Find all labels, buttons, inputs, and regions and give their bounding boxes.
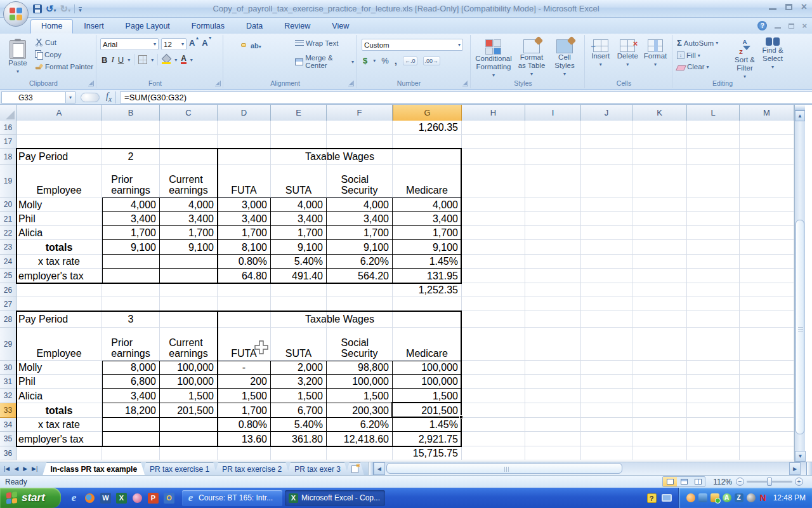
outlook-icon[interactable]: O: [164, 493, 174, 504]
number-format-dropdown-icon[interactable]: ▾: [458, 42, 461, 48]
cell-G36[interactable]: 15,715.75: [393, 446, 462, 460]
cell-A30[interactable]: Molly: [16, 361, 102, 375]
cell-H21[interactable]: [462, 212, 525, 226]
find-select-button[interactable]: Find & Select ▾: [759, 36, 787, 82]
tray-messenger-icon[interactable]: [686, 493, 695, 502]
column-header-F[interactable]: F: [327, 105, 393, 121]
cell-K21[interactable]: [632, 212, 687, 226]
borders-dropdown-icon[interactable]: ▾: [151, 57, 154, 63]
cell-C25[interactable]: [160, 269, 218, 283]
cell-H36[interactable]: [462, 446, 525, 460]
conditional-formatting-button[interactable]: Conditional Formatting ▾: [473, 38, 514, 81]
cell-C32[interactable]: 1,500: [160, 389, 218, 403]
minimize-button[interactable]: [769, 4, 776, 10]
cell-K32[interactable]: [632, 389, 687, 403]
cell-F19[interactable]: Social Security: [327, 165, 393, 197]
taskbar-window-excel[interactable]: X Microsoft Excel - Cop...: [285, 490, 385, 506]
cell-G20[interactable]: 4,000: [393, 197, 462, 212]
cell-G21[interactable]: 3,400: [393, 212, 462, 226]
borders-icon[interactable]: [138, 55, 147, 64]
cell-E22[interactable]: 1,700: [271, 226, 327, 240]
cell-I30[interactable]: [525, 361, 581, 375]
cell-H27[interactable]: [462, 297, 525, 311]
cell-G22[interactable]: 1,700: [393, 226, 462, 240]
cell-F23[interactable]: 9,100: [327, 240, 393, 255]
zoom-slider-thumb[interactable]: [767, 478, 772, 486]
cell-H29[interactable]: [462, 328, 525, 361]
insert-function-icon[interactable]: fx: [106, 91, 112, 104]
cell-M27[interactable]: [740, 297, 794, 311]
cell-I24[interactable]: [525, 255, 581, 269]
cell-F32[interactable]: 1,500: [327, 389, 393, 403]
cell-L28[interactable]: [687, 311, 740, 328]
cell-L17[interactable]: [687, 135, 740, 149]
cell-D36[interactable]: [218, 446, 271, 460]
font-family-combo[interactable]: Arial▾: [100, 38, 159, 50]
cell-D19[interactable]: FUTA: [218, 165, 271, 197]
cell-E28[interactable]: [271, 311, 327, 328]
cell-G17[interactable]: [393, 135, 462, 149]
cell-K23[interactable]: [632, 240, 687, 255]
row-header-19[interactable]: 19: [0, 165, 16, 197]
cell-H34[interactable]: [462, 418, 525, 432]
cell-C34[interactable]: [160, 418, 218, 432]
horizontal-scroll-thumb[interactable]: [386, 463, 622, 474]
cell-A35[interactable]: employer's tax: [16, 432, 102, 446]
cell-I18[interactable]: [525, 149, 581, 165]
cell-I26[interactable]: [525, 283, 581, 297]
cell-B25[interactable]: [102, 269, 160, 283]
cell-E30[interactable]: 2,000: [271, 361, 327, 375]
cell-I23[interactable]: [525, 240, 581, 255]
ie-icon[interactable]: e: [69, 493, 79, 504]
clear-dropdown-icon[interactable]: ▾: [706, 64, 709, 70]
cell-A27[interactable]: [16, 297, 102, 311]
page-layout-view-button[interactable]: [677, 477, 691, 486]
cell-M28[interactable]: [740, 311, 794, 328]
sort-filter-button[interactable]: AZ Sort & Filter ▾: [731, 36, 759, 82]
zoom-in-button[interactable]: +: [795, 478, 803, 486]
cell-E36[interactable]: [271, 446, 327, 460]
row-header-33[interactable]: 33: [0, 403, 16, 418]
cell-H25[interactable]: [462, 269, 525, 283]
align-top-button[interactable]: [227, 43, 232, 47]
tray-camera-icon[interactable]: [747, 493, 756, 502]
tray-zone-icon[interactable]: Z: [735, 493, 743, 502]
cell-A31[interactable]: Phil: [16, 375, 102, 389]
help-agent-icon[interactable]: ?: [647, 493, 657, 503]
cell-E27[interactable]: [271, 297, 327, 311]
cell-J24[interactable]: [581, 255, 632, 269]
cell-J30[interactable]: [581, 361, 632, 375]
cell-D32[interactable]: 1,500: [218, 389, 271, 403]
cell-K28[interactable]: [632, 311, 687, 328]
cell-J21[interactable]: [581, 212, 632, 226]
access-key-icon[interactable]: [132, 493, 143, 504]
cell-E21[interactable]: 3,400: [271, 212, 327, 226]
cell-H19[interactable]: [462, 165, 525, 197]
cell-L18[interactable]: [687, 149, 740, 165]
cell-styles-dropdown-icon[interactable]: ▾: [563, 70, 566, 78]
cell-G28[interactable]: [393, 311, 462, 328]
cell-J25[interactable]: [581, 269, 632, 283]
scroll-up-icon[interactable]: ▲: [795, 110, 805, 121]
cell-I29[interactable]: [525, 328, 581, 361]
cell-F36[interactable]: [327, 446, 393, 460]
sheet-tab-4[interactable]: PR tax exer 3: [287, 462, 348, 475]
cell-E19[interactable]: SUTA: [271, 165, 327, 197]
cell-D25[interactable]: 64.80: [218, 269, 271, 283]
cell-H35[interactable]: [462, 432, 525, 446]
cell-E17[interactable]: [271, 135, 327, 149]
cell-F31[interactable]: 100,000: [327, 375, 393, 389]
name-box[interactable]: G33: [1, 91, 66, 104]
underline-dropdown-icon[interactable]: ▾: [128, 57, 130, 63]
cell-L25[interactable]: [687, 269, 740, 283]
cell-E34[interactable]: 5.40%: [271, 418, 327, 432]
cell-M29[interactable]: [740, 328, 794, 361]
cell-A24[interactable]: x tax rate: [16, 255, 102, 269]
row-header-32[interactable]: 32: [0, 389, 16, 403]
increase-indent-button[interactable]: [255, 56, 260, 60]
cell-G24[interactable]: 1.45%: [393, 255, 462, 269]
restore-button[interactable]: [785, 4, 792, 10]
tab-nav-last-icon[interactable]: ▶|: [32, 465, 37, 472]
cell-J28[interactable]: [581, 311, 632, 328]
underline-button[interactable]: U: [118, 55, 124, 65]
